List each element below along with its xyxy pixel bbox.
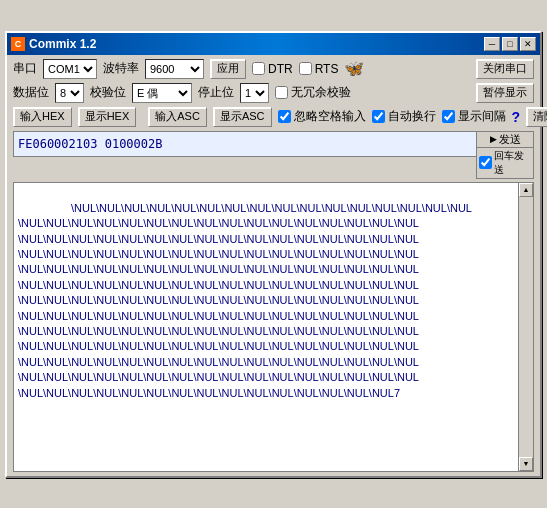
port-label: 串口 [13,60,37,77]
close-port-button[interactable]: 关闭串口 [476,59,534,79]
no-redundancy-group: 无冗余校验 [275,84,351,101]
clear-display-button[interactable]: 清除显示 [526,107,547,127]
send-icon: ▶ [490,134,497,144]
stopbits-label: 停止位 [198,84,234,101]
input-hex-button[interactable]: 输入HEX [13,107,72,127]
auto-wrap-label: 自动换行 [388,108,436,125]
carriage-return-label: 回车发送 [494,149,531,177]
output-text: \NUL\NUL\NUL\NUL\NUL\NUL\NUL\NUL\NUL\NUL… [18,202,472,399]
title-buttons: ─ □ ✕ [484,37,536,51]
input-asc-button[interactable]: 输入ASC [148,107,207,127]
auto-wrap-group: 自动换行 [372,108,436,125]
hex-input[interactable] [13,131,476,157]
port-select[interactable]: COM1 COM2 COM3 [43,59,97,79]
window-title: Commix 1.2 [29,37,96,51]
show-asc-button[interactable]: 显示ASC [213,107,272,127]
input-send-container: ▶ 发送 回车发送 [13,131,534,179]
baud-label: 波特率 [103,60,139,77]
dtr-label: DTR [268,62,293,76]
no-redundancy-checkbox[interactable] [275,86,288,99]
title-bar-title: C Commix 1.2 [11,37,96,51]
row-tools: 输入HEX 显示HEX 输入ASC 显示ASC 忽略空格输入 自动换行 显示间隔… [13,107,534,127]
carriage-return-row: 回车发送 [477,148,533,178]
apply-button[interactable]: 应用 [210,59,246,79]
no-redundancy-label: 无冗余校验 [291,84,351,101]
row-port-baud: 串口 COM1 COM2 COM3 波特率 9600 19200 115200 … [13,59,534,79]
stopbits-select[interactable]: 1 2 [240,83,269,103]
content-area: 串口 COM1 COM2 COM3 波特率 9600 19200 115200 … [7,55,540,476]
app-icon: C [11,37,25,51]
port-field-group: COM1 COM2 COM3 [43,59,97,79]
pause-display-button[interactable]: 暂停显示 [476,83,534,103]
databits-select[interactable]: 8 7 [55,83,84,103]
parity-label: 校验位 [90,84,126,101]
main-window: C Commix 1.2 ─ □ ✕ 串口 COM1 COM2 COM3 波特率 [5,31,542,478]
close-window-button[interactable]: ✕ [520,37,536,51]
send-group: ▶ 发送 回车发送 [476,131,534,179]
scroll-down-arrow[interactable]: ▼ [519,457,533,471]
help-icon[interactable]: ? [512,109,521,125]
dtr-checkbox-group: DTR [252,62,293,76]
rts-checkbox-group: RTS [299,62,339,76]
show-hex-button[interactable]: 显示HEX [78,107,137,127]
title-bar: C Commix 1.2 ─ □ ✕ [7,33,540,55]
output-scrollbar[interactable]: ▲ ▼ [518,182,534,472]
dtr-checkbox[interactable] [252,62,265,75]
minimize-button[interactable]: ─ [484,37,500,51]
rts-label: RTS [315,62,339,76]
send-label: 发送 [499,132,521,147]
show-interval-label: 显示间隔 [458,108,506,125]
output-container: \NUL\NUL\NUL\NUL\NUL\NUL\NUL\NUL\NUL\NUL… [13,182,534,472]
baud-field-group: 9600 19200 115200 [145,59,204,79]
maximize-button[interactable]: □ [502,37,518,51]
parity-select[interactable]: E 偶 O 奇 N 无 [132,83,192,103]
rts-checkbox[interactable] [299,62,312,75]
output-display[interactable]: \NUL\NUL\NUL\NUL\NUL\NUL\NUL\NUL\NUL\NUL… [13,182,518,472]
databits-label: 数据位 [13,84,49,101]
ignore-space-label: 忽略空格输入 [294,108,366,125]
ignore-space-group: 忽略空格输入 [278,108,366,125]
butterfly-icon: 🦋 [344,59,364,78]
show-interval-checkbox[interactable] [442,110,455,123]
carriage-return-checkbox[interactable] [479,156,492,169]
ignore-space-checkbox[interactable] [278,110,291,123]
auto-wrap-checkbox[interactable] [372,110,385,123]
send-button[interactable]: ▶ 发送 [477,132,533,148]
baud-select[interactable]: 9600 19200 115200 [145,59,204,79]
row-databits: 数据位 8 7 校验位 E 偶 O 奇 N 无 停止位 1 2 无冗余校验 暂停… [13,83,534,103]
show-interval-group: 显示间隔 [442,108,506,125]
scroll-up-arrow[interactable]: ▲ [519,183,533,197]
